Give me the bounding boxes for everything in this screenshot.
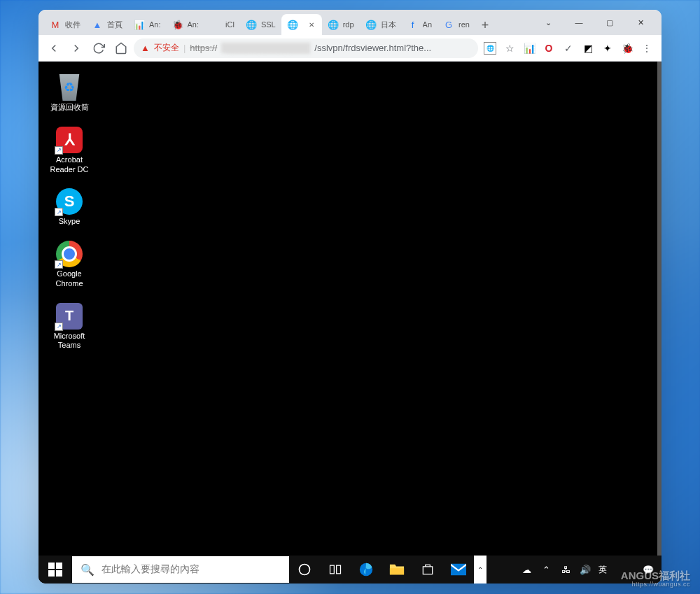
tab-favicon: M [50,19,61,30]
browser-tab[interactable]: ▲首頁 [86,14,128,35]
chrome-browser-window: M收件▲首頁📊An:🐞An:iCl🌐SSL🌐✕🌐rdp🌐日本fAnGren + … [38,10,662,584]
remote-desktop-viewport[interactable]: 資源回收筒⅄↗AcrobatReader DCS↗Skype↗GoogleChr… [38,62,662,584]
tab-favicon: 🌐 [246,19,257,30]
taskbar-search[interactable]: 🔍 在此輸入要搜尋的內容 [72,556,289,583]
remote-taskbar: 🔍 在此輸入要搜尋的內容 ⌃ ☁ ⌃ 🖧 🔊 英 💬 [38,556,662,584]
tab-favicon: 📊 [134,19,145,30]
svg-rect-2 [337,565,341,574]
tab-favicon: G [443,19,454,30]
mail-icon[interactable] [443,556,474,584]
shortcut-arrow-icon: ↗ [55,146,63,155]
tabs-bar: M收件▲首頁📊An:🐞An:iCl🌐SSL🌐✕🌐rdp🌐日本fAnGren + … [38,10,662,35]
desktop-icon-teams[interactable]: T↗MicrosoftTeams [48,303,90,351]
home-button[interactable] [111,38,131,58]
volume-icon[interactable]: 🔊 [576,556,594,584]
tab-close-icon[interactable]: ✕ [307,20,316,29]
tab-title: An: [149,20,161,29]
bug-ext-icon[interactable]: 🐞 [621,42,634,55]
search-icon: 🔍 [80,563,94,577]
tab-title: iCl [225,20,234,29]
weather-icon[interactable]: ☁ [517,556,536,584]
search-placeholder: 在此輸入要搜尋的內容 [102,563,200,576]
shortcut-arrow-icon: ↗ [55,323,63,331]
desktop-icon-recycle[interactable]: 資源回收筒 [48,74,90,113]
browser-tab[interactable]: Gren [438,14,475,35]
tab-title: An [423,20,432,29]
back-button[interactable] [44,38,64,58]
url-path: /sslvpn/frdsviewer.html?the... [314,43,431,53]
extensions-puzzle-icon[interactable]: ✦ [601,42,614,55]
reload-button[interactable] [89,38,108,58]
minimize-button[interactable]: ― [564,12,594,33]
browser-tab[interactable]: fAn [402,14,438,35]
acrobat-icon: ⅄↗ [56,127,83,153]
browser-tab[interactable]: 🌐SSL [240,14,281,35]
desktop-icon-label: AcrobatReader DC [50,155,88,175]
ime-language[interactable]: 英 [596,564,610,576]
windows-logo-icon [48,563,62,577]
browser-tab[interactable]: M收件 [44,14,86,35]
translate-icon[interactable]: 🌐 [484,42,496,55]
url-scheme: https:// [190,43,217,53]
desktop-icon-label: MicrosoftTeams [54,332,85,351]
edge-icon[interactable] [351,556,382,584]
desktop-icon-skype[interactable]: S↗Skype [48,188,90,227]
window-controls: ⌄ ― ▢ ✕ [533,10,656,35]
tab-title: ren [458,20,470,29]
cortana-icon[interactable] [289,556,320,584]
tab-favicon: 🐞 [172,19,183,30]
notifications-icon[interactable]: 💬 [639,556,657,584]
tab-favicon: 🌐 [365,19,377,30]
recycle-icon [56,74,83,101]
forward-button[interactable] [66,38,86,58]
warning-icon: ▲ [141,43,150,53]
pinned-apps [289,556,474,584]
caret-down-button[interactable]: ⌄ [533,12,564,33]
opera-ext-icon[interactable]: O [542,42,555,55]
new-tab-button[interactable]: + [475,15,495,35]
svg-point-0 [300,565,310,575]
chrome-icon: ↗ [56,241,83,267]
desktop-icon-label: GoogleChrome [55,269,83,289]
star-icon[interactable]: ☆ [503,42,516,55]
desktop-icon-label: 資源回收筒 [50,103,89,113]
address-bar: ▲ 不安全 | https://5█████████████/sslvpn/fr… [38,35,662,62]
store-icon[interactable] [412,556,443,584]
skype-icon: S↗ [56,188,83,215]
task-view-icon[interactable] [320,556,351,584]
browser-tab[interactable]: 🌐日本 [360,14,402,35]
chrome-menu-icon[interactable]: ⋮ [640,42,653,55]
shortcut-arrow-icon: ↗ [55,208,63,216]
start-button[interactable] [38,556,72,584]
system-tray: ☁ ⌃ 🖧 🔊 英 💬 [517,556,662,584]
desktop-icon-label: Skype [59,217,80,227]
tray-overflow-button[interactable]: ⌃ [474,556,486,584]
network-icon[interactable]: 🖧 [556,556,575,584]
omnibox[interactable]: ▲ 不安全 | https://5█████████████/sslvpn/fr… [134,38,478,58]
shortcut-arrow-icon: ↗ [55,260,63,269]
tray-caret-icon[interactable]: ⌃ [537,556,555,584]
tab-favicon: ▲ [92,19,103,30]
browser-tab[interactable]: 📊An: [128,14,167,35]
viewer-edge-panel[interactable] [657,62,662,584]
browser-tab[interactable]: 🌐rdp [322,14,360,35]
close-window-button[interactable]: ✕ [625,12,656,33]
teams-icon: T↗ [56,303,83,330]
desktop-icon-chrome[interactable]: ↗GoogleChrome [48,241,90,289]
maximize-button[interactable]: ▢ [594,12,625,33]
svg-rect-4 [390,568,404,574]
tab-favicon: f [407,19,419,30]
browser-tab[interactable]: iCl [204,14,240,35]
desktop-icons-column: 資源回收筒⅄↗AcrobatReader DCS↗Skype↗GoogleChr… [48,74,90,351]
desktop-icon-acrobat[interactable]: ⅄↗AcrobatReader DC [48,127,90,175]
browser-tab[interactable]: 🌐✕ [281,14,322,35]
file-explorer-icon[interactable] [382,556,412,584]
clock-area[interactable] [611,556,638,584]
chart-ext-icon[interactable]: 📊 [523,42,536,55]
tab-title: An: [188,20,200,29]
check-ext-icon[interactable]: ✓ [562,42,575,55]
tab-title: 首頁 [107,20,122,30]
dark-ext-icon[interactable]: ◩ [582,42,594,55]
tab-favicon [210,19,221,30]
browser-tab[interactable]: 🐞An: [167,14,205,35]
